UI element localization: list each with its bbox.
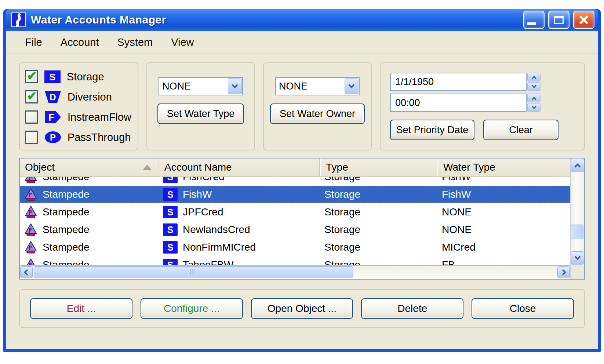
chevron-down-icon [349,82,355,88]
account-name: FishCred [183,177,225,183]
maximize-icon [554,16,564,24]
account-type: Storage [320,241,437,253]
table-row[interactable]: Stampede S JPFCred Storage NONE [20,203,570,221]
account-type: Storage [320,189,437,200]
vertical-scroll-thumb[interactable] [571,225,583,239]
water-type-value: NONE [159,81,228,92]
open-object-button[interactable]: Open Object ... [251,298,353,319]
diversion-type-icon: D [44,90,62,103]
table-row[interactable]: Stampede S NewlandsCred Storage NONE [20,221,570,239]
scroll-left-button[interactable] [20,266,33,278]
svg-text:D: D [50,92,56,102]
maximize-button[interactable] [548,11,570,29]
delete-button[interactable]: Delete [361,298,463,319]
water-type: FishW [437,189,570,200]
menu-bar: File Account System View [6,31,598,54]
chevron-down-icon [532,83,536,88]
thumb-grip [190,269,197,275]
chevron-up-icon [575,163,581,170]
table-row-selected[interactable]: Stampede S FishW Storage FishW [20,186,570,203]
water-type: MICred [437,241,570,253]
reservoir-icon [24,205,37,219]
water-accounts-manager-window: Water Accounts Manager File Account Syst… [3,9,601,352]
column-header-object[interactable]: Object [20,159,159,176]
chevron-up-icon [532,97,536,101]
reservoir-icon [24,188,37,201]
sort-ascending-icon [142,165,152,170]
set-priority-date-button[interactable]: Set Priority Date [390,120,474,140]
chevron-down-icon [532,104,536,109]
water-type: FishW [437,177,570,183]
titlebar[interactable]: Water Accounts Manager [6,9,598,31]
svg-text:S: S [49,72,55,83]
object-name: Stampede [43,189,90,200]
time-spin-down-button[interactable] [527,103,541,112]
menu-account[interactable]: Account [61,36,99,48]
object-name: Stampede [43,241,90,253]
storage-checkbox[interactable] [25,70,38,83]
set-water-type-button[interactable]: Set Water Type [157,103,244,124]
chevron-down-icon [575,254,581,260]
scroll-right-button[interactable] [557,266,570,278]
water-owner-dropdown-button[interactable] [345,78,359,94]
column-header-type[interactable]: Type [320,159,437,176]
date-field[interactable]: 1/1/1950 [390,73,527,91]
diversion-label: Diversion [68,91,112,103]
horizontal-scrollbar[interactable] [20,265,570,279]
table-row[interactable]: Stampede S FishCred Storage FishW [20,177,570,186]
diversion-checkbox[interactable] [25,90,38,103]
table-row[interactable]: Stampede S TahoeFBW Storage FB [20,256,570,265]
account-name: NonFirmMICred [183,241,256,253]
instreamflow-checkbox[interactable] [25,110,38,124]
minimize-icon [527,22,536,25]
menu-file[interactable]: File [25,36,42,48]
storage-account-icon: S [163,241,178,254]
water-owner-value: NONE [276,81,345,92]
water-owner-combobox[interactable]: NONE [275,77,360,95]
time-field[interactable]: 00:00 [390,94,527,112]
storage-account-icon: S [163,188,178,201]
account-type: Storage [320,259,437,265]
time-spin-up-button[interactable] [527,94,541,102]
account-name: JPFCred [183,206,223,218]
date-spin-up-button[interactable] [527,73,541,81]
column-header-account-name[interactable]: Account Name [159,159,320,176]
passthrough-checkbox[interactable] [25,131,38,144]
object-name: Stampede [43,224,90,236]
priority-time-spinner: 00:00 [390,94,541,112]
water-type-combobox[interactable]: NONE [159,77,243,95]
water-type: NONE [437,206,570,218]
close-dialog-button[interactable]: Close [472,298,574,319]
reservoir-icon [24,241,37,254]
priority-date-spinner: 1/1/1950 [390,73,541,91]
vertical-scrollbar[interactable] [570,159,584,265]
clear-priority-date-button[interactable]: Clear [483,120,558,140]
set-water-owner-button[interactable]: Set Water Owner [270,103,365,124]
water-owner-group: NONE Set Water Owner [263,62,372,150]
minimize-button[interactable] [523,11,545,29]
object-name: Stampede [43,259,90,265]
configure-button[interactable]: Configure ... [141,298,243,319]
scroll-up-button[interactable] [571,159,584,172]
table-header: Object Account Name Type Water Type [20,159,570,177]
chevron-down-icon [232,82,238,88]
scroll-down-button[interactable] [571,251,584,265]
date-spin-down-button[interactable] [527,82,541,91]
passthrough-type-icon: P [44,131,62,144]
storage-account-icon: S [163,259,178,265]
menu-view[interactable]: View [171,36,194,48]
horizontal-scroll-thumb[interactable] [34,266,353,278]
storage-account-icon: S [163,206,178,218]
edit-button[interactable]: Edit ... [30,298,132,319]
water-type-dropdown-button[interactable] [228,78,242,94]
menu-separator [6,54,598,54]
menu-system[interactable]: System [117,36,153,48]
close-button[interactable] [573,11,594,29]
chevron-left-icon [24,269,30,276]
table-row[interactable]: Stampede S NonFirmMICred Storage MICred [20,239,570,256]
close-icon [579,15,589,25]
filter-instreamflow-row: F InstreamFlow [25,109,138,125]
riverware-app-icon [11,12,26,27]
priority-date-group: 1/1/1950 00:00 Set Priority Date Clear [380,62,585,150]
column-header-water-type[interactable]: Water Type [437,159,570,176]
